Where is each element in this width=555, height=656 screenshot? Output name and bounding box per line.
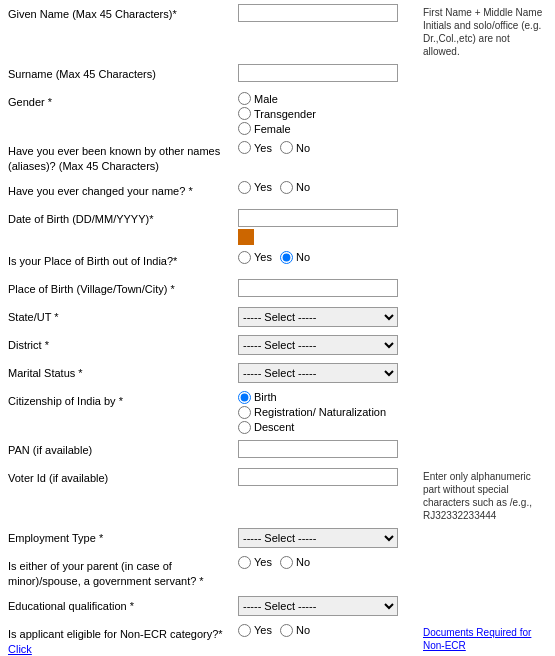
aliases-yes-option[interactable]: Yes (238, 141, 272, 154)
marital-status-select[interactable]: ----- Select ----- (238, 363, 398, 383)
place-out-row: Is your Place of Birth out of India?* Ye… (8, 251, 547, 273)
calendar-icon[interactable] (238, 229, 254, 245)
employment-select[interactable]: ----- Select ----- (238, 528, 398, 548)
place-out-radio-group: Yes No (238, 251, 417, 264)
citizenship-input-col: Birth Registration/ Naturalization Desce… (238, 391, 417, 434)
surname-row: Surname (Max 45 Characters) (8, 64, 547, 86)
gender-male-radio[interactable] (238, 92, 251, 105)
aliases-yes-label: Yes (254, 142, 272, 154)
name-changed-radio-group: Yes No (238, 181, 417, 194)
non-ecr-no-radio[interactable] (280, 624, 293, 637)
govt-servant-yes-option[interactable]: Yes (238, 556, 272, 569)
gender-radio-group: Male Transgender Female (238, 92, 417, 135)
place-birth-row: Place of Birth (Village/Town/City) * (8, 279, 547, 301)
citizenship-descent-label: Descent (254, 421, 294, 433)
govt-servant-no-option[interactable]: No (280, 556, 310, 569)
aliases-no-radio[interactable] (280, 141, 293, 154)
gender-female-radio[interactable] (238, 122, 251, 135)
non-ecr-row: Is applicant eligible for Non-ECR catego… (8, 624, 547, 656)
name-changed-no-radio[interactable] (280, 181, 293, 194)
non-ecr-yes-radio[interactable] (238, 624, 251, 637)
non-ecr-no-label: No (296, 624, 310, 636)
gender-transgender-label: Transgender (254, 108, 316, 120)
name-changed-no-option[interactable]: No (280, 181, 310, 194)
non-ecr-no-option[interactable]: No (280, 624, 310, 637)
voter-id-note: Enter only alphanumeric part without spe… (417, 468, 547, 522)
top-note-row: Given Name (Max 45 Characters)* First Na… (8, 4, 547, 58)
name-changed-row: Have you ever changed your name? * Yes N… (8, 181, 547, 203)
gender-male-option[interactable]: Male (238, 92, 417, 105)
state-input-col: ----- Select ----- (238, 307, 417, 327)
citizenship-descent-option[interactable]: Descent (238, 421, 417, 434)
citizenship-label: Citizenship of India by * (8, 391, 238, 409)
place-birth-input-col (238, 279, 417, 297)
govt-servant-input-col: Yes No (238, 556, 417, 569)
aliases-no-label: No (296, 142, 310, 154)
govt-servant-yes-label: Yes (254, 556, 272, 568)
gender-input-col: Male Transgender Female (238, 92, 417, 135)
top-note: First Name + Middle Name Initials and so… (417, 4, 547, 58)
non-ecr-doc-link[interactable]: Documents Required for Non-ECR (423, 627, 531, 651)
non-ecr-click-link[interactable]: Click (8, 643, 32, 655)
pan-input-col (238, 440, 417, 458)
aliases-input-col: Yes No (238, 141, 417, 154)
citizenship-birth-radio[interactable] (238, 391, 251, 404)
aliases-no-option[interactable]: No (280, 141, 310, 154)
surname-input[interactable] (238, 64, 398, 82)
place-out-yes-label: Yes (254, 251, 272, 263)
name-changed-yes-radio[interactable] (238, 181, 251, 194)
name-changed-no-label: No (296, 181, 310, 193)
marital-status-row: Marital Status * ----- Select ----- (8, 363, 547, 385)
non-ecr-yes-option[interactable]: Yes (238, 624, 272, 637)
education-select[interactable]: ----- Select ----- (238, 596, 398, 616)
education-label: Educational qualification * (8, 596, 238, 614)
govt-servant-no-label: No (296, 556, 310, 568)
place-out-no-option[interactable]: No (280, 251, 310, 264)
govt-servant-yes-radio[interactable] (238, 556, 251, 569)
aliases-yes-radio[interactable] (238, 141, 251, 154)
pan-row: PAN (if available) (8, 440, 547, 462)
citizenship-birth-option[interactable]: Birth (238, 391, 417, 404)
voter-id-input[interactable] (238, 468, 398, 486)
non-ecr-input-col: Yes No (238, 624, 417, 637)
district-select[interactable]: ----- Select ----- (238, 335, 398, 355)
dob-row: Date of Birth (DD/MM/YYYY)* (8, 209, 547, 245)
place-out-yes-option[interactable]: Yes (238, 251, 272, 264)
citizenship-registration-radio[interactable] (238, 406, 251, 419)
gender-transgender-radio[interactable] (238, 107, 251, 120)
gender-row: Gender * Male Transgender Female (8, 92, 547, 135)
place-out-no-radio[interactable] (280, 251, 293, 264)
aliases-label: Have you ever been known by other names … (8, 141, 238, 175)
place-out-yes-radio[interactable] (238, 251, 251, 264)
dob-input[interactable] (238, 209, 398, 227)
gender-male-label: Male (254, 93, 278, 105)
state-label: State/UT * (8, 307, 238, 325)
citizenship-radio-group: Birth Registration/ Naturalization Desce… (238, 391, 417, 434)
non-ecr-yes-label: Yes (254, 624, 272, 636)
place-out-label: Is your Place of Birth out of India?* (8, 251, 238, 269)
aliases-radio-group: Yes No (238, 141, 417, 154)
given-name-input-col (238, 4, 417, 22)
citizenship-registration-option[interactable]: Registration/ Naturalization (238, 406, 417, 419)
name-changed-yes-option[interactable]: Yes (238, 181, 272, 194)
name-changed-input-col: Yes No (238, 181, 417, 194)
aliases-row: Have you ever been known by other names … (8, 141, 547, 175)
given-name-input[interactable] (238, 4, 398, 22)
voter-id-row: Voter Id (if available) Enter only alpha… (8, 468, 547, 522)
state-select[interactable]: ----- Select ----- (238, 307, 398, 327)
education-input-col: ----- Select ----- (238, 596, 417, 616)
employment-label: Employment Type * (8, 528, 238, 546)
citizenship-descent-radio[interactable] (238, 421, 251, 434)
gender-female-option[interactable]: Female (238, 122, 417, 135)
employment-input-col: ----- Select ----- (238, 528, 417, 548)
place-birth-input[interactable] (238, 279, 398, 297)
district-row: District * ----- Select ----- (8, 335, 547, 357)
govt-servant-label: Is either of your parent (in case of min… (8, 556, 238, 590)
non-ecr-text: Is applicant eligible for Non-ECR catego… (8, 628, 223, 640)
surname-input-col (238, 64, 417, 82)
marital-status-input-col: ----- Select ----- (238, 363, 417, 383)
gender-transgender-option[interactable]: Transgender (238, 107, 417, 120)
govt-servant-no-radio[interactable] (280, 556, 293, 569)
gender-label: Gender * (8, 92, 238, 110)
pan-input[interactable] (238, 440, 398, 458)
